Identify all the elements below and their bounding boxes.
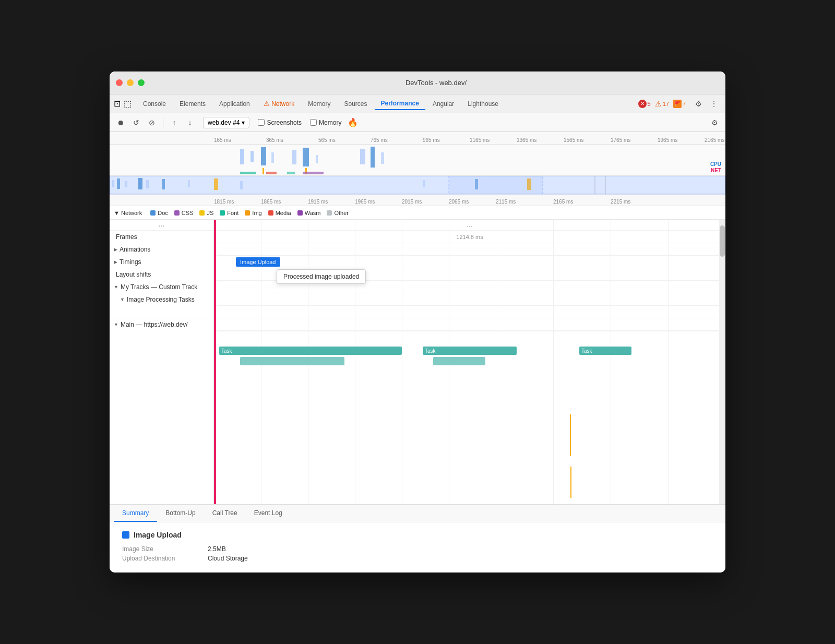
main-thread-timeline-row xyxy=(214,318,725,331)
screenshots-checkbox[interactable] xyxy=(258,119,265,126)
maximize-button[interactable] xyxy=(138,79,145,86)
css-color xyxy=(174,210,180,216)
timings-toggle: ▶ xyxy=(114,259,117,265)
timings-row[interactable]: ▶ Timings xyxy=(110,256,213,268)
cpu-net-graph[interactable]: CPU NET xyxy=(110,145,725,176)
ruler-2165: 2165 ms xyxy=(553,199,573,205)
refresh-record-button[interactable]: ↺ xyxy=(129,116,143,129)
flame-bar-4[interactable] xyxy=(433,357,485,365)
scrollbar-thumb[interactable] xyxy=(720,225,725,257)
image-size-value: 2.5MB xyxy=(208,545,226,553)
ruler-tick-565: 565 ms xyxy=(318,137,336,143)
clear-button[interactable]: ⊘ xyxy=(145,116,159,129)
svg-rect-28 xyxy=(449,176,543,194)
minimize-button[interactable] xyxy=(127,79,134,86)
tab-summary[interactable]: Summary xyxy=(114,505,157,522)
tab-performance[interactable]: Performance xyxy=(375,98,425,110)
svg-rect-24 xyxy=(240,181,243,189)
svg-rect-20 xyxy=(146,180,149,188)
warning-badge: ⚠ 17 xyxy=(655,100,669,108)
close-button[interactable] xyxy=(116,79,123,86)
ruler-1865: 1865 ms xyxy=(261,199,281,205)
vline-yellow-1 xyxy=(570,414,571,456)
network-collapse[interactable]: ▼ Network xyxy=(114,210,142,216)
tab-bottom-up[interactable]: Bottom-Up xyxy=(157,505,204,522)
timeline-panel[interactable]: ... 1214.8 ms Image Upload Processed ima… xyxy=(214,220,725,504)
info-badge: 🚩 7 xyxy=(673,100,686,108)
tab-console[interactable]: Console xyxy=(137,98,172,110)
main-thread-toggle: ▼ xyxy=(114,322,118,327)
tab-memory[interactable]: Memory xyxy=(302,98,337,110)
tab-angular[interactable]: Angular xyxy=(426,98,460,110)
svg-rect-21 xyxy=(162,179,165,189)
flame-bar-1[interactable]: Task xyxy=(219,347,402,355)
profile-selector[interactable]: web.dev #4 ▾ xyxy=(203,117,249,128)
my-tracks-row[interactable]: ▼ My Tracks — Custom Track xyxy=(110,281,213,293)
tab-call-tree[interactable]: Call Tree xyxy=(204,505,246,522)
ruler-2115: 2115 ms xyxy=(496,199,516,205)
tab-application[interactable]: Application xyxy=(213,98,256,110)
network-legend: ▼ Network Doc CSS JS Font Img xyxy=(110,206,725,220)
animations-row[interactable]: ▶ Animations xyxy=(110,243,213,256)
tab-network[interactable]: ⚠ ⚠ NetworkNetwork xyxy=(257,98,301,110)
record-button[interactable]: ⏺ xyxy=(114,116,127,129)
bottom-panel: Summary Bottom-Up Call Tree Event Log Im… xyxy=(110,504,725,573)
settings-icon[interactable]: ⚙ xyxy=(691,97,706,111)
layout-shifts-row[interactable]: Layout shifts xyxy=(110,268,213,281)
image-upload-tooltip: Processed image uploaded xyxy=(277,269,366,284)
animations-toggle: ▶ xyxy=(114,247,117,252)
js-color xyxy=(199,210,205,216)
ruler-tick-365: 365 ms xyxy=(266,137,283,143)
ruler-tick-1965: 1965 ms xyxy=(658,137,677,143)
memory-checkbox[interactable] xyxy=(310,119,317,126)
upload-dest-key: Upload Destination xyxy=(122,555,195,562)
flame-bar-5[interactable]: Task xyxy=(579,347,631,355)
scrollbar-track[interactable] xyxy=(719,220,725,504)
legend-css: CSS xyxy=(174,210,194,216)
image-upload-badge[interactable]: Image Upload xyxy=(236,257,280,267)
flame-icon: 🔥 xyxy=(348,117,358,127)
flame-bar-3[interactable]: Task xyxy=(423,347,517,355)
devtools-window: DevTools - web.dev/ ⊡ ⬚ Console Elements… xyxy=(110,71,725,573)
tab-event-log[interactable]: Event Log xyxy=(246,505,291,522)
media-color xyxy=(268,210,273,216)
flame-bar-2[interactable] xyxy=(240,357,344,365)
main-thread-row[interactable]: ▼ Main — https://web.dev/ xyxy=(110,318,213,331)
image-size-key: Image Size xyxy=(122,545,195,553)
ruler-tick-1565: 1565 ms xyxy=(564,137,583,143)
svg-rect-6 xyxy=(316,155,318,163)
window-title: DevTools - web.dev/ xyxy=(153,79,719,87)
more-options-icon[interactable]: ⋮ xyxy=(707,97,721,111)
device-mode-icon[interactable]: ⬚ xyxy=(124,99,132,109)
tab-elements[interactable]: Elements xyxy=(173,98,212,110)
legend-doc: Doc xyxy=(150,210,168,216)
wasm-color xyxy=(297,210,303,216)
timeline-minimap[interactable] xyxy=(110,176,725,195)
memory-checkbox-label[interactable]: Memory xyxy=(310,119,341,126)
top-ruler: 165 ms 365 ms 565 ms 765 ms 965 ms 1165 … xyxy=(110,132,725,145)
download-profile-button[interactable]: ↓ xyxy=(183,116,197,129)
svg-rect-4 xyxy=(292,150,296,164)
image-processing-tasks-row[interactable]: ▼ Image Processing Tasks xyxy=(110,293,213,306)
summary-color-indicator xyxy=(122,531,129,539)
ruler-2065: 2065 ms xyxy=(449,199,469,205)
svg-rect-7 xyxy=(360,149,365,164)
frames-timeline-row: 1214.8 ms xyxy=(214,231,725,243)
tab-lighthouse[interactable]: Lighthouse xyxy=(461,98,505,110)
legend-media: Media xyxy=(268,210,291,216)
settings-toolbar-button[interactable]: ⚙ xyxy=(708,116,721,129)
devtools-select-icon[interactable]: ⊡ xyxy=(114,99,121,109)
empty-row-1 xyxy=(110,306,213,318)
upload-profile-button[interactable]: ↑ xyxy=(168,116,181,129)
vline-yellow-2 xyxy=(570,467,571,498)
svg-rect-19 xyxy=(138,178,142,189)
legend-font: Font xyxy=(220,210,238,216)
screenshots-checkbox-label[interactable]: Screenshots xyxy=(258,119,302,126)
dots-timeline-row: ... xyxy=(214,220,725,231)
frames-row[interactable]: Frames xyxy=(110,231,213,243)
svg-rect-18 xyxy=(125,181,127,187)
tab-sources[interactable]: Sources xyxy=(338,98,373,110)
title-bar: DevTools - web.dev/ xyxy=(110,71,725,94)
toolbar: ⏺ ↺ ⊘ ↑ ↓ web.dev #4 ▾ Screenshots Memor… xyxy=(110,113,725,132)
net-label: NET xyxy=(711,168,721,173)
